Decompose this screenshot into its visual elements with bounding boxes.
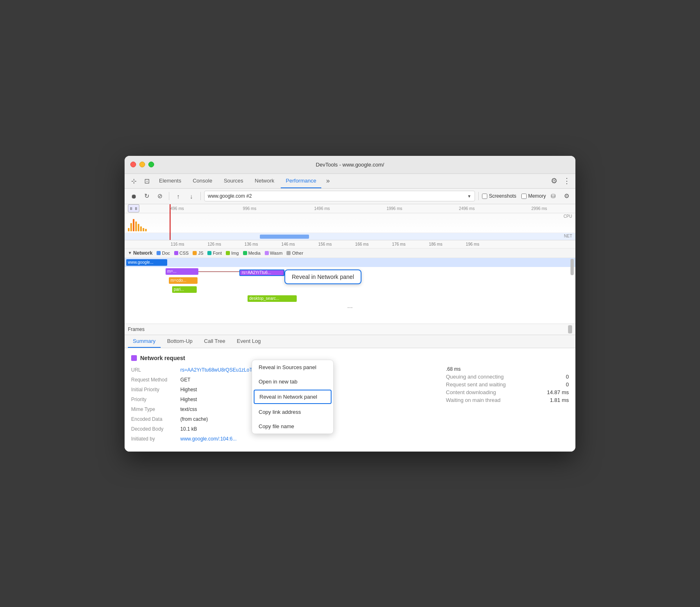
- duration-value: .68 ms: [446, 366, 569, 372]
- memory-checkbox[interactable]: [521, 194, 527, 199]
- bottom-tabs: Summary Bottom-Up Call Tree Event Log: [125, 335, 575, 348]
- screenshots-checkbox-group: Screenshots: [482, 193, 516, 199]
- responsive-icon[interactable]: ⊡: [141, 175, 152, 187]
- legend-js: JS: [193, 251, 203, 256]
- pause-button[interactable]: ⏸ ⏸: [128, 204, 139, 212]
- legend-css: CSS: [174, 251, 189, 256]
- waiting-main-thread-row: Waiting on main thread 1.81 ms: [446, 397, 569, 403]
- cpu-bar-1: [128, 228, 130, 231]
- cpu-bar-7: [143, 228, 144, 231]
- initiated-value[interactable]: www.google.com/:104:6...: [180, 435, 236, 443]
- cpu-bar-4: [135, 221, 137, 231]
- ctx-copy-link[interactable]: Copy link address: [252, 405, 333, 419]
- performance-toolbar: ⏺ ↻ ⊘ ↑ ↓ www.google.com #2 ▼ Screenshot…: [125, 189, 575, 204]
- minimize-button[interactable]: [139, 162, 145, 167]
- bar-m[interactable]: m=...: [166, 268, 198, 275]
- ctx-open-new-tab[interactable]: Open in new tab: [252, 374, 333, 389]
- tick-2: 996 ms: [214, 206, 286, 211]
- tab-network[interactable]: Network: [250, 173, 280, 188]
- bar-rs[interactable]: rs=AA2YrTtu6...: [239, 269, 284, 276]
- bar-mcdo[interactable]: m=cdo...: [169, 277, 198, 284]
- cpu-bar: CPU: [125, 213, 575, 233]
- url-dropdown-icon[interactable]: ▼: [467, 194, 471, 199]
- network-legend-title: ▼ Network: [128, 250, 152, 256]
- legend-doc: Doc: [157, 251, 170, 256]
- tick-6: 2996 ms: [503, 206, 575, 211]
- ruler-ticks: 496 ms 996 ms 1496 ms 1996 ms 2496 ms 29…: [141, 206, 575, 211]
- net-row-1[interactable]: www.google...: [125, 258, 575, 267]
- tooltip-reveal-network[interactable]: Reveal in Network panel: [284, 269, 361, 284]
- tab-elements[interactable]: Elements: [154, 173, 186, 188]
- ctx-copy-filename[interactable]: Copy file name: [252, 419, 333, 434]
- download-button[interactable]: ↓: [186, 190, 197, 202]
- maximize-button[interactable]: [148, 162, 154, 167]
- upload-button[interactable]: ↑: [173, 190, 184, 202]
- net-tick-2: 126 ms: [196, 242, 233, 246]
- net-row-4[interactable]: pari...: [125, 285, 575, 294]
- settings-icon[interactable]: ⚙: [548, 176, 560, 185]
- screenshots-checkbox[interactable]: [482, 194, 487, 199]
- detail-initiated-row: Initiated by www.google.com/:104:6...: [131, 435, 438, 443]
- encoded-value: (from cache): [180, 415, 208, 423]
- detail-content: URL rs=AA2YrTtu68wU8rQSEu1zLoTY-POBQYibA…: [131, 366, 569, 445]
- decoded-value: 10.1 kB: [180, 425, 197, 433]
- other-color: [286, 251, 291, 255]
- cpu-bar-3: [133, 219, 134, 231]
- init-priority-value: Highest: [180, 386, 197, 393]
- timeline-ruler: ⏸ ⏸ 496 ms 996 ms 1496 ms 1996 ms 2496 m…: [125, 204, 575, 213]
- memory-icon[interactable]: ⛁: [548, 190, 559, 202]
- separator-3: [478, 192, 479, 200]
- url-text: www.google.com #2: [208, 193, 466, 199]
- ctx-reveal-network[interactable]: Reveal in Network panel: [254, 390, 332, 404]
- decoded-label: Decoded Body: [131, 425, 180, 433]
- tab-console[interactable]: Console: [188, 173, 217, 188]
- cpu-bar-6: [140, 226, 142, 231]
- net-bar-fill: [260, 235, 309, 239]
- separator-1: [169, 192, 169, 200]
- url-selector[interactable]: www.google.com #2 ▼: [204, 191, 475, 201]
- mime-value: text/css: [180, 406, 197, 413]
- net-row-5[interactable]: desktop_searc...: [125, 294, 575, 303]
- more-tabs-button[interactable]: »: [323, 177, 333, 185]
- bar-google[interactable]: www.google...: [126, 259, 167, 266]
- tab-call-tree[interactable]: Call Tree: [199, 335, 230, 348]
- close-button[interactable]: [130, 162, 136, 167]
- cpu-bar-2: [130, 223, 132, 231]
- net-label: NET: [564, 234, 572, 238]
- doc-color: [157, 251, 161, 255]
- timeline-area: ⏸ ⏸ 496 ms 996 ms 1496 ms 1996 ms 2496 m…: [125, 204, 575, 240]
- tab-sources[interactable]: Sources: [219, 173, 248, 188]
- timeline-cursor: [170, 204, 170, 240]
- detail-title: Network request: [131, 355, 569, 361]
- window-title: DevTools - www.google.com/: [316, 162, 384, 168]
- capture-settings-icon[interactable]: ⚙: [561, 190, 572, 202]
- ctx-reveal-sources[interactable]: Reveal in Sources panel: [252, 360, 333, 374]
- network-request-icon: [131, 355, 137, 361]
- tab-performance[interactable]: Performance: [281, 173, 321, 188]
- clear-button[interactable]: ⊘: [154, 190, 166, 202]
- cpu-bar-5: [138, 224, 139, 231]
- media-color: [243, 251, 247, 255]
- frames-scrollbar[interactable]: [568, 325, 572, 333]
- bar-desktop[interactable]: desktop_searc...: [248, 295, 297, 302]
- more-options-icon[interactable]: ⋮: [561, 176, 572, 185]
- legend-font: Font: [207, 251, 222, 256]
- net-scrollbar[interactable]: [570, 258, 574, 324]
- cpu-mini-bars: [128, 215, 147, 231]
- tick-5: 2496 ms: [431, 206, 503, 211]
- devtools-window: DevTools - www.google.com/ ⊹ ⊡ Elements …: [125, 156, 575, 452]
- tab-bottom-up[interactable]: Bottom-Up: [162, 335, 198, 348]
- net-tick-3: 136 ms: [233, 242, 270, 246]
- record-button[interactable]: ⏺: [128, 190, 139, 202]
- net-track-rows: www.google... m=... rs=AA2YrTtu6... m=cd…: [125, 258, 575, 324]
- frames-label: Frames: [128, 326, 145, 332]
- cursor-icon[interactable]: ⊹: [128, 175, 139, 187]
- queuing-row: Queuing and connecting 0: [446, 374, 569, 380]
- traffic-lights: [130, 162, 154, 167]
- reload-button[interactable]: ↻: [141, 190, 152, 202]
- bar-pari[interactable]: pari...: [172, 286, 197, 293]
- tab-summary[interactable]: Summary: [128, 335, 161, 348]
- memory-label: Memory: [528, 193, 546, 199]
- tab-event-log[interactable]: Event Log: [232, 335, 266, 348]
- memory-checkbox-group: Memory: [521, 193, 546, 199]
